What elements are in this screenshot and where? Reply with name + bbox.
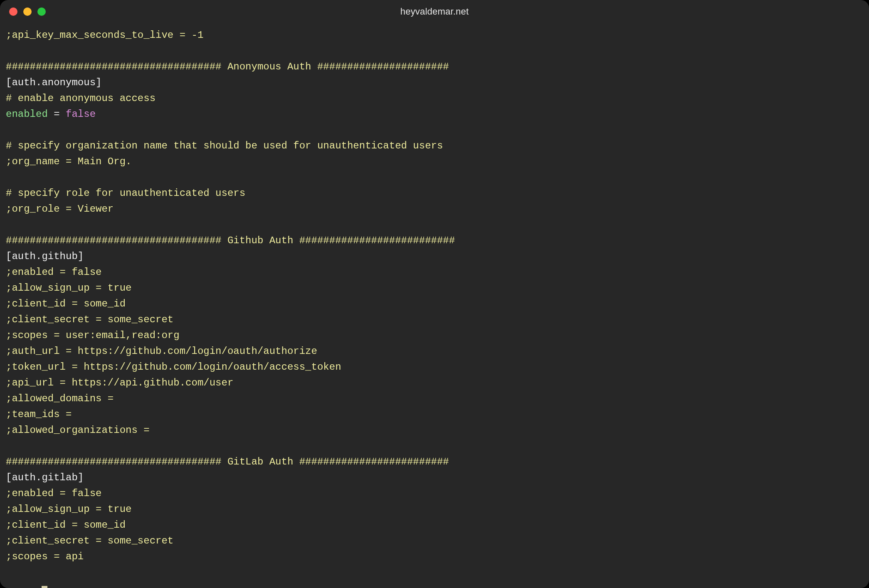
comment-text: ;token_url = https://github.com/login/oa…	[6, 361, 341, 373]
config-value: false	[66, 109, 96, 120]
titlebar: heyvaldemar.net	[0, 0, 869, 23]
config-line	[6, 122, 863, 138]
config-line: ;scopes = user:email,read:org	[6, 328, 863, 343]
config-line: #################################### Git…	[6, 454, 863, 470]
config-line: ;scopes = api	[6, 549, 863, 565]
config-key: enabled	[6, 109, 48, 120]
comment-text: # specify organization name that should …	[6, 140, 443, 151]
config-line: ;allow_sign_up = true	[6, 280, 863, 296]
comment-text: # enable anonymous access	[6, 93, 156, 104]
config-line: [auth.anonymous]	[6, 75, 863, 91]
window-title: heyvaldemar.net	[400, 6, 469, 17]
comment-text: ;client_secret = some_secret	[6, 314, 173, 325]
comment-text: ;api_key_max_seconds_to_live = -1	[6, 30, 203, 41]
config-line: ;enabled = false	[6, 264, 863, 280]
close-icon[interactable]	[9, 7, 17, 16]
window-controls	[9, 0, 46, 23]
config-line	[6, 438, 863, 454]
comment-text: ;org_name = Main Org.	[6, 156, 131, 167]
config-line: ;client_secret = some_secret	[6, 533, 863, 549]
section-header: [auth.gitlab]	[6, 472, 84, 483]
config-line	[6, 170, 863, 185]
config-line: [auth.github]	[6, 249, 863, 264]
section-header: [auth.github]	[6, 251, 84, 262]
minimize-icon[interactable]	[23, 7, 32, 16]
config-line: ;token_url = https://github.com/login/oa…	[6, 359, 863, 375]
section-header: [auth.anonymous]	[6, 77, 101, 88]
config-line: ;client_id = some_id	[6, 517, 863, 533]
config-line: ;org_name = Main Org.	[6, 154, 863, 170]
terminal-window: heyvaldemar.net ;api_key_max_seconds_to_…	[0, 0, 869, 588]
config-line: [auth.gitlab]	[6, 470, 863, 486]
config-line: # enable anonymous access	[6, 91, 863, 106]
config-line: ;allow_sign_up = true	[6, 502, 863, 517]
config-line: ;auth_url = https://github.com/login/oau…	[6, 343, 863, 359]
config-line: ;org_role = Viewer	[6, 201, 863, 217]
config-line: ;client_secret = some_secret	[6, 312, 863, 328]
comment-text: ;scopes = user:email,read:org	[6, 330, 180, 341]
comment-text: # specify role for unauthenticated users	[6, 188, 245, 199]
comment-text: ;org_role = Viewer	[6, 203, 114, 215]
comment-text: ;client_id = some_id	[6, 298, 126, 309]
terminal-body[interactable]: ;api_key_max_seconds_to_live = -1 ######…	[0, 23, 869, 588]
config-line: ;allowed_domains =	[6, 391, 863, 407]
comment-text: ;allow_sign_up = true	[6, 282, 131, 294]
config-line: ;enabled = false	[6, 486, 863, 502]
config-line: ;team_ids =	[6, 407, 863, 422]
config-line: # specify organization name that should …	[6, 138, 863, 154]
comment-text: ;allow_sign_up = true	[6, 504, 131, 515]
vim-command-line[interactable]: :x	[0, 570, 869, 586]
config-line: ;api_key_max_seconds_to_live = -1	[6, 27, 863, 43]
comment-text: ;client_secret = some_secret	[6, 535, 173, 546]
comment-text: ;team_ids =	[6, 409, 72, 420]
comment-text: ;auth_url = https://github.com/login/oau…	[6, 346, 317, 357]
equals-sign: =	[48, 109, 66, 120]
comment-text: ;enabled = false	[6, 267, 101, 278]
comment-text: ;allowed_organizations =	[6, 425, 150, 436]
comment-text: #################################### Git…	[6, 235, 455, 246]
config-line: # specify role for unauthenticated users	[6, 185, 863, 201]
comment-text: #################################### Git…	[6, 456, 449, 467]
cursor-icon	[42, 586, 47, 588]
zoom-icon[interactable]	[37, 7, 46, 16]
config-line: #################################### Ano…	[6, 59, 863, 75]
config-line: #################################### Git…	[6, 233, 863, 249]
config-line: ;api_url = https://api.github.com/user	[6, 375, 863, 391]
comment-text: ;client_id = some_id	[6, 519, 126, 531]
config-line	[6, 217, 863, 233]
comment-text: #################################### Ano…	[6, 61, 449, 72]
comment-text: ;allowed_domains =	[6, 393, 114, 404]
config-line: ;allowed_organizations =	[6, 422, 863, 438]
comment-text: ;api_url = https://api.github.com/user	[6, 377, 233, 388]
comment-text: ;enabled = false	[6, 488, 101, 499]
config-line: ;client_id = some_id	[6, 296, 863, 312]
config-line: enabled = false	[6, 106, 863, 122]
config-line	[6, 43, 863, 59]
comment-text: ;scopes = api	[6, 551, 84, 562]
